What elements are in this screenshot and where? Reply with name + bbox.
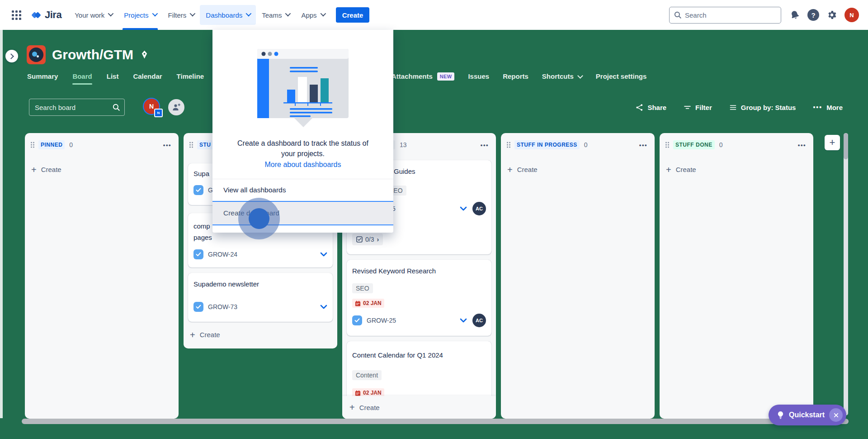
menu-item-view-all-dashboards[interactable]: View all dashboards xyxy=(212,179,393,201)
horizontal-scrollbar[interactable] xyxy=(22,419,849,424)
chevron-down-icon xyxy=(285,11,291,17)
group-by-button[interactable]: Group by: Status xyxy=(729,104,796,111)
column-more-icon[interactable]: ••• xyxy=(637,141,649,149)
nav-item-dashboards[interactable]: Dashboards xyxy=(200,5,256,25)
nav-item-teams[interactable]: Teams xyxy=(256,0,295,30)
drag-handle-icon[interactable] xyxy=(189,141,193,148)
add-people-button[interactable] xyxy=(168,99,184,115)
board-search-input[interactable] xyxy=(29,99,125,116)
chevron-down-icon[interactable] xyxy=(320,305,327,309)
project-tabs-right: Attachments NEW Issues Reports Shortcuts… xyxy=(392,72,646,85)
dashboard-illustration xyxy=(257,49,349,127)
tab-issues[interactable]: Issues xyxy=(468,72,489,85)
vertical-scrollbar-thumb[interactable] xyxy=(844,133,848,159)
global-search xyxy=(669,7,781,24)
column-stuff-in-progress: STUFF IN PROGRESS 0 ••• + Create xyxy=(501,133,655,419)
column-name: PINNED xyxy=(38,140,65,149)
nav-left: Jira Your work Projects Filters Dashboar… xyxy=(9,0,369,30)
nav-item-your-work[interactable]: Your work xyxy=(69,0,118,30)
issue-key: GROW-73 xyxy=(208,303,237,310)
card-supademo-newsletter[interactable]: Supademo newsletter GROW-73 xyxy=(188,273,333,322)
column-more-icon[interactable]: ••• xyxy=(479,141,491,149)
create-issue-button[interactable]: + Create xyxy=(347,400,382,415)
column-name: STU xyxy=(197,140,213,149)
more-about-dashboards-link[interactable]: More about dashboards xyxy=(212,161,393,169)
jira-logo[interactable]: Jira xyxy=(30,9,61,21)
assignee-avatar[interactable]: AC xyxy=(472,314,486,327)
drag-handle-icon[interactable] xyxy=(506,141,511,148)
dropdown-description: Create a dashboard to track the status o… xyxy=(212,138,393,159)
dashboards-dropdown: Create a dashboard to track the status o… xyxy=(212,30,393,233)
share-button[interactable]: Share xyxy=(636,104,666,111)
chevron-down-icon[interactable] xyxy=(460,206,467,211)
chevron-down-icon[interactable] xyxy=(460,318,467,323)
column-count: 0 xyxy=(69,141,73,148)
app-switcher-icon[interactable] xyxy=(12,10,21,20)
chevron-down-icon[interactable] xyxy=(320,252,327,257)
checkbox-checked[interactable] xyxy=(193,185,203,195)
edit-pen-icon[interactable] xyxy=(141,50,148,59)
board-member-avatar[interactable]: N N xyxy=(144,99,161,116)
nav-item-apps[interactable]: Apps xyxy=(295,0,330,30)
expand-sidebar-button[interactable] xyxy=(5,50,18,62)
tab-calendar[interactable]: Calendar xyxy=(133,72,162,85)
card-revised-keyword-research[interactable]: Revised Keyword Research SEO 02 JAN GROW… xyxy=(347,260,491,336)
board-toolbar: N N Share Filter xyxy=(29,97,843,117)
create-issue-button[interactable]: + Create xyxy=(663,162,810,177)
checkbox-checked[interactable] xyxy=(352,315,362,325)
tab-shortcuts[interactable]: Shortcuts xyxy=(542,72,574,85)
calendar-icon xyxy=(355,390,361,396)
issue-key: GROW-24 xyxy=(208,251,237,258)
board-search xyxy=(29,99,125,116)
close-icon[interactable] xyxy=(829,408,843,422)
more-button[interactable]: ••• More xyxy=(813,104,843,111)
user-avatar[interactable]: N xyxy=(844,8,859,22)
create-issue-button[interactable]: + Create xyxy=(187,327,334,342)
add-column-button[interactable]: + xyxy=(825,135,840,150)
plus-icon: + xyxy=(190,332,195,338)
project-title: Growth/GTM xyxy=(52,47,133,62)
nav-item-projects[interactable]: Projects xyxy=(118,0,162,30)
column-footer: + Create xyxy=(342,396,496,419)
subtask-badge[interactable]: 0/3 › xyxy=(352,234,383,245)
top-nav: Jira Your work Projects Filters Dashboar… xyxy=(0,0,868,30)
vertical-scrollbar[interactable] xyxy=(844,133,848,415)
filter-button[interactable]: Filter xyxy=(684,104,712,111)
column-name: STUFF DONE xyxy=(673,140,715,149)
settings-gear-icon[interactable] xyxy=(826,10,837,20)
nav-item-filters[interactable]: Filters xyxy=(162,0,200,30)
help-icon[interactable]: ? xyxy=(807,9,819,21)
lightbulb-icon xyxy=(777,411,784,420)
checkbox-checked[interactable] xyxy=(193,249,203,259)
issue-key: GROW-25 xyxy=(367,317,396,324)
more-icon: ••• xyxy=(813,104,822,111)
assignee-avatar[interactable]: AC xyxy=(472,202,486,215)
global-search-input[interactable] xyxy=(669,7,781,24)
label-badge: Content xyxy=(352,370,382,380)
calendar-icon xyxy=(355,301,361,306)
quickstart-button[interactable]: Quickstart xyxy=(769,405,846,425)
create-button[interactable]: Create xyxy=(336,7,370,23)
menu-item-create-dashboard[interactable]: Create dashboard xyxy=(212,201,393,225)
new-badge: NEW xyxy=(437,72,455,81)
drag-handle-icon[interactable] xyxy=(665,141,670,148)
project-avatar[interactable] xyxy=(27,45,46,64)
tab-summary[interactable]: Summary xyxy=(27,72,58,85)
chevron-right-icon: › xyxy=(377,236,379,243)
column-more-icon[interactable]: ••• xyxy=(161,141,173,149)
chevron-down-icon xyxy=(246,11,252,17)
notifications-bell-icon[interactable] xyxy=(789,10,800,20)
column-more-icon[interactable]: ••• xyxy=(796,141,808,149)
create-issue-button[interactable]: + Create xyxy=(505,162,651,177)
tab-attachments[interactable]: Attachments xyxy=(392,72,433,85)
create-issue-button[interactable]: + Create xyxy=(28,162,175,177)
due-date-badge: 02 JAN xyxy=(352,299,384,308)
tab-reports[interactable]: Reports xyxy=(503,72,528,85)
tab-timeline[interactable]: Timeline xyxy=(177,72,204,85)
drag-handle-icon[interactable] xyxy=(30,141,35,148)
tab-board[interactable]: Board xyxy=(72,72,92,85)
chevron-down-icon[interactable] xyxy=(577,73,583,79)
tab-list[interactable]: List xyxy=(107,72,119,85)
checkbox-checked[interactable] xyxy=(193,302,203,312)
tab-project-settings[interactable]: Project settings xyxy=(596,72,647,85)
